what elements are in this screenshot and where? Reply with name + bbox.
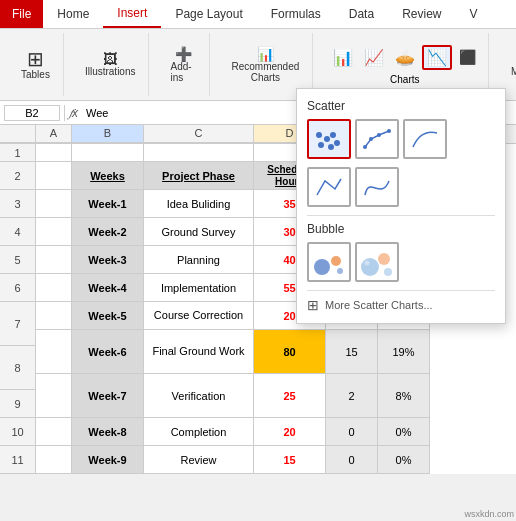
tab-review[interactable]: Review (388, 0, 455, 28)
area-chart-button[interactable]: ⬛ (455, 47, 480, 67)
bubble-divider (307, 290, 495, 291)
cell-b6[interactable]: Week-4 (72, 274, 144, 302)
illustrations-button[interactable]: 🖼 Illustrations (80, 49, 141, 80)
cell-a7[interactable] (36, 302, 72, 330)
row-header-3: 3 (0, 190, 36, 218)
cell-b9[interactable]: Week-7 (72, 374, 144, 418)
row-header-6: 6 (0, 274, 36, 302)
cell-b7[interactable]: Week-5 (72, 302, 144, 330)
scatter-dots-icon (313, 125, 345, 153)
tab-file[interactable]: File (0, 0, 43, 28)
cell-d11[interactable]: 15 (254, 446, 326, 474)
cell-a10[interactable] (36, 418, 72, 446)
cell-a3[interactable] (36, 190, 72, 218)
row-header-8: 8 (0, 346, 36, 390)
cell-b10[interactable]: Week-8 (72, 418, 144, 446)
cell-c8-final-ground-work[interactable]: Final Ground Work (144, 330, 254, 374)
cell-f9[interactable]: 8% (378, 374, 430, 418)
cell-b4[interactable]: Week-2 (72, 218, 144, 246)
tables-button[interactable]: ⊞ Tables (16, 46, 55, 83)
cell-c2-phase[interactable]: Project Phase (144, 162, 254, 190)
cell-a4[interactable] (36, 218, 72, 246)
addins-group: ➕ Add-ins (157, 33, 210, 96)
cell-a1[interactable] (36, 144, 72, 162)
svg-point-10 (314, 259, 330, 275)
bubble-button[interactable] (307, 242, 351, 282)
cell-c7[interactable]: Course Correction (144, 302, 254, 330)
scatter-smooth2-button[interactable] (355, 167, 399, 207)
svg-point-11 (331, 256, 341, 266)
svg-point-0 (318, 142, 324, 148)
addins-button[interactable]: ➕ Add-ins (165, 44, 201, 86)
column-chart-icon: 📊 (333, 48, 353, 67)
bar-chart-icon: 📉 (427, 48, 447, 67)
tables-label: Tables (21, 69, 50, 80)
cell-b8[interactable]: Week-6 (72, 330, 144, 374)
cell-e11[interactable]: 0 (326, 446, 378, 474)
svg-point-1 (324, 136, 330, 142)
cell-a11[interactable] (36, 446, 72, 474)
tab-formulas[interactable]: Formulas (257, 0, 335, 28)
illustrations-label: Illustrations (85, 66, 136, 77)
cell-c1[interactable] (144, 144, 254, 162)
cell-b5[interactable]: Week-3 (72, 246, 144, 274)
scatter-smooth-button[interactable] (403, 119, 447, 159)
cell-f11[interactable]: 0% (378, 446, 430, 474)
cell-f8[interactable]: 19% (378, 330, 430, 374)
bar-chart-button[interactable]: 📉 (422, 45, 452, 70)
cell-f10[interactable]: 0% (378, 418, 430, 446)
cell-b3[interactable]: Week-1 (72, 190, 144, 218)
cell-a5[interactable] (36, 246, 72, 274)
cell-c5[interactable]: Planning (144, 246, 254, 274)
cell-c10-completion[interactable]: Completion (144, 418, 254, 446)
cell-a9[interactable] (36, 374, 72, 418)
tab-pagelayout[interactable]: Page Layout (161, 0, 256, 28)
cell-a8[interactable] (36, 330, 72, 374)
cell-a6[interactable] (36, 274, 72, 302)
cell-e8[interactable]: 15 (326, 330, 378, 374)
cell-e10[interactable]: 0 (326, 418, 378, 446)
bubble3d-icon (358, 245, 396, 279)
scatter-lines-button[interactable] (355, 119, 399, 159)
cell-c4-ground-survey[interactable]: Ground Survey (144, 218, 254, 246)
col-header-a: A (36, 125, 72, 143)
scatter-title: Scatter (307, 99, 495, 113)
cell-a2[interactable] (36, 162, 72, 190)
pie-chart-icon: 🥧 (395, 48, 415, 67)
tab-insert[interactable]: Insert (103, 0, 161, 28)
cell-c6[interactable]: Implementation (144, 274, 254, 302)
illustrations-icon: 🖼 (103, 52, 117, 66)
recommended-charts-button[interactable]: 📊 RecommendedCharts (226, 44, 304, 86)
tables-icon: ⊞ (27, 49, 44, 69)
cell-d9[interactable]: 25 (254, 374, 326, 418)
cell-b1[interactable] (72, 144, 144, 162)
scatter-nomarker-button[interactable] (307, 167, 351, 207)
cell-e9[interactable]: 2 (326, 374, 378, 418)
svg-point-8 (377, 133, 381, 137)
cell-c11[interactable]: Review (144, 446, 254, 474)
cell-b11[interactable]: Week-9 (72, 446, 144, 474)
svg-point-12 (337, 268, 343, 274)
maps-button[interactable]: 🗺 Maps (505, 49, 516, 80)
pie-chart-button[interactable]: 🥧 (391, 46, 419, 69)
cell-reference-input[interactable] (4, 105, 60, 121)
scatter-smooth2-icon (361, 173, 393, 201)
svg-point-9 (387, 129, 391, 133)
cell-d8[interactable]: 80 (254, 330, 326, 374)
bubble3d-button[interactable] (355, 242, 399, 282)
line-chart-button[interactable]: 📈 (360, 46, 388, 69)
grid-row-9: Week-7 Verification 25 2 8% (36, 374, 516, 418)
tab-view[interactable]: V (456, 0, 492, 28)
scatter-divider (307, 215, 495, 216)
more-scatter-charts-link[interactable]: ⊞ More Scatter Charts... (307, 297, 495, 313)
cell-b2-weeks[interactable]: Weeks (72, 162, 144, 190)
scatter-popup: Scatter (296, 88, 506, 324)
cell-c9[interactable]: Verification (144, 374, 254, 418)
tab-home[interactable]: Home (43, 0, 103, 28)
column-chart-button[interactable]: 📊 (329, 46, 357, 69)
cell-c3[interactable]: Idea Buliding (144, 190, 254, 218)
watermark: wsxkdn.com (464, 509, 514, 519)
tab-data[interactable]: Data (335, 0, 388, 28)
cell-d10[interactable]: 20 (254, 418, 326, 446)
scatter-dots-button[interactable] (307, 119, 351, 159)
